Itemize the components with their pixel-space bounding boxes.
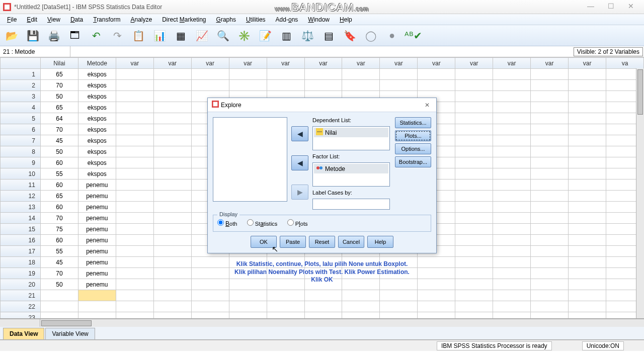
cell[interactable]: 45	[40, 135, 78, 146]
cell[interactable]: 60	[40, 235, 78, 246]
cell[interactable]	[531, 91, 569, 102]
horizontal-scrollbar[interactable]	[0, 319, 644, 327]
column-header[interactable]: var	[153, 58, 191, 69]
cell[interactable]	[153, 179, 191, 191]
column-header[interactable]: var	[267, 58, 304, 69]
cell[interactable]	[493, 113, 531, 124]
cell[interactable]	[493, 168, 531, 179]
cell[interactable]	[191, 80, 229, 91]
column-header[interactable]: var	[380, 58, 418, 69]
cell[interactable]	[116, 202, 153, 213]
column-header[interactable]: Metode	[78, 58, 116, 69]
cell[interactable]	[116, 135, 153, 146]
insert-var-icon[interactable]: 📝	[258, 28, 273, 43]
help-button[interactable]: Help	[367, 236, 393, 248]
vertical-scrollbar[interactable]	[636, 68, 644, 318]
cell[interactable]	[116, 301, 153, 312]
cell[interactable]	[531, 202, 569, 213]
cell[interactable]	[304, 290, 342, 301]
cell[interactable]	[531, 113, 569, 124]
cell[interactable]	[153, 202, 191, 213]
cell[interactable]	[116, 102, 153, 113]
cell[interactable]	[229, 80, 267, 91]
cell[interactable]: ekspos	[78, 157, 116, 168]
reset-button[interactable]: Reset	[309, 236, 335, 248]
paste-button[interactable]: Paste	[280, 236, 306, 248]
row-header[interactable]: 4	[1, 102, 41, 113]
cell[interactable]: 65	[40, 69, 78, 80]
cell[interactable]	[455, 124, 493, 135]
cell[interactable]	[116, 290, 153, 301]
cell[interactable]	[116, 113, 153, 124]
cell[interactable]	[153, 91, 191, 102]
cell[interactable]	[531, 246, 569, 257]
cell[interactable]	[531, 179, 569, 191]
cell[interactable]: 55	[40, 168, 78, 179]
dependent-list[interactable]: Nilai	[312, 126, 390, 150]
cell[interactable]	[153, 124, 191, 135]
cell[interactable]	[229, 290, 267, 301]
cell[interactable]: 50	[40, 91, 78, 102]
cell[interactable]	[229, 312, 267, 319]
row-header[interactable]: 16	[1, 235, 41, 246]
cell[interactable]: ekspos	[78, 80, 116, 91]
statistics-button[interactable]: Statistics...	[395, 117, 431, 128]
save-icon[interactable]: 💾	[25, 28, 40, 43]
cell[interactable]	[304, 69, 342, 80]
cell[interactable]	[153, 102, 191, 113]
cell[interactable]	[531, 312, 569, 319]
cell[interactable]	[342, 80, 380, 91]
cell[interactable]	[531, 135, 569, 146]
menu-utilities[interactable]: Utilities	[241, 15, 271, 24]
cell[interactable]	[569, 191, 606, 202]
column-header[interactable]: var	[342, 58, 380, 69]
cell[interactable]: penemu	[78, 224, 116, 235]
cell[interactable]: penemu	[78, 179, 116, 191]
cell[interactable]	[153, 113, 191, 124]
cell[interactable]: 70	[40, 80, 78, 91]
split-file-icon[interactable]: ▥	[279, 28, 294, 43]
weight-cases-icon[interactable]: ⚖️	[300, 28, 315, 43]
cell[interactable]: ekspos	[78, 168, 116, 179]
cell[interactable]	[153, 157, 191, 168]
cell[interactable]	[153, 69, 191, 80]
column-header[interactable]: var	[229, 58, 267, 69]
row-header[interactable]: 21	[1, 290, 41, 301]
cell[interactable]	[569, 113, 606, 124]
cell[interactable]	[531, 102, 569, 113]
cell[interactable]	[569, 157, 606, 168]
cell[interactable]	[531, 235, 569, 246]
cell[interactable]	[455, 235, 493, 246]
menu-view[interactable]: View	[42, 15, 65, 24]
cell[interactable]	[569, 290, 606, 301]
cell[interactable]	[40, 312, 78, 319]
cell[interactable]	[569, 257, 606, 268]
cell[interactable]	[455, 246, 493, 257]
cell[interactable]	[418, 301, 455, 312]
cell[interactable]	[116, 124, 153, 135]
cell[interactable]	[569, 235, 606, 246]
cell[interactable]	[304, 80, 342, 91]
cell[interactable]	[455, 224, 493, 235]
row-header[interactable]: 3	[1, 91, 41, 102]
value-labels-icon[interactable]: 🔖	[342, 28, 357, 43]
undo-icon[interactable]: ↶	[89, 28, 104, 43]
cell[interactable]	[531, 146, 569, 157]
cell[interactable]	[569, 179, 606, 191]
cell[interactable]	[455, 69, 493, 80]
row-header[interactable]: 12	[1, 191, 41, 202]
row-header[interactable]: 1	[1, 69, 41, 80]
row-header[interactable]: 15	[1, 224, 41, 235]
cell[interactable]	[116, 213, 153, 224]
run-desc-icon[interactable]: 📈	[194, 28, 209, 43]
cell[interactable]: 64	[40, 113, 78, 124]
cell[interactable]: 70	[40, 124, 78, 135]
cell[interactable]	[153, 301, 191, 312]
row-header[interactable]: 2	[1, 80, 41, 91]
cell[interactable]	[40, 290, 78, 301]
cell[interactable]	[153, 168, 191, 179]
cell[interactable]	[153, 80, 191, 91]
menu-graphs[interactable]: Graphs	[211, 15, 241, 24]
cell[interactable]	[455, 213, 493, 224]
column-header[interactable]: var	[116, 58, 153, 69]
